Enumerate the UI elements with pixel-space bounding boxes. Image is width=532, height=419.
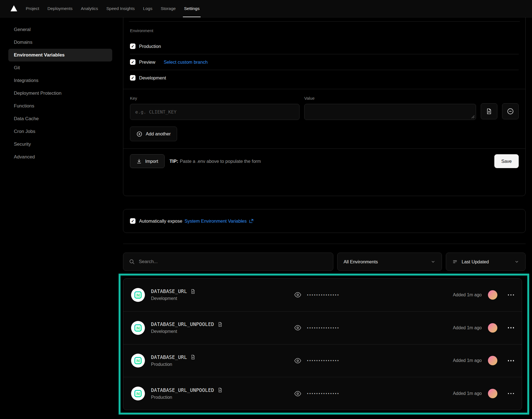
import-button[interactable]: Import (130, 154, 165, 168)
chevron-down-icon (514, 259, 519, 264)
env-var-row[interactable]: DATABASE_URL_UNPOOLED Development ••••••… (123, 311, 522, 344)
sidebar-item-environment-variables[interactable]: Environment Variables (8, 49, 112, 61)
masked-value: •••••••••••••• (307, 358, 340, 363)
environment-option-development: Development (130, 70, 519, 86)
eye-icon[interactable] (294, 357, 301, 364)
env-var-row[interactable]: DATABASE_URL Production •••••••••••••• (123, 344, 522, 377)
development-checkbox[interactable] (130, 75, 135, 81)
eye-icon[interactable] (294, 324, 301, 331)
environment-option-preview: Preview Select custom branch (130, 54, 519, 70)
row-menu-button[interactable] (508, 327, 514, 328)
file-text-icon[interactable] (218, 322, 223, 327)
env-var-name: DATABASE_URL_UNPOOLED (151, 322, 214, 327)
sidebar-item-general[interactable]: General (8, 23, 112, 36)
file-text-icon (486, 108, 492, 115)
sidebar-item-advanced[interactable]: Advanced (8, 151, 112, 163)
vercel-logo-icon[interactable] (11, 5, 17, 11)
nav-item-deployments[interactable]: Deployments (43, 0, 76, 17)
file-text-icon[interactable] (190, 289, 196, 294)
env-var-environment: Development (151, 296, 294, 301)
added-timestamp: Added 1m ago (453, 358, 482, 363)
production-label: Production (139, 44, 161, 49)
neon-integration-icon (131, 354, 145, 367)
production-checkbox[interactable] (130, 43, 135, 49)
added-timestamp: Added 1m ago (453, 391, 482, 396)
key-input[interactable] (130, 104, 300, 120)
row-menu-button[interactable] (508, 360, 514, 361)
masked-value: •••••••••••••• (307, 326, 340, 330)
preview-checkbox[interactable] (130, 59, 135, 65)
environment-option-production: Production (130, 38, 519, 54)
sidebar-item-security[interactable]: Security (8, 138, 112, 151)
env-var-environment: Production (151, 362, 294, 367)
sort-value: Last Updated (462, 259, 489, 264)
expose-system-env-checkbox[interactable] (130, 218, 135, 224)
masked-value: •••••••••••••• (307, 391, 340, 396)
environment-section-label: Environment (130, 28, 519, 33)
value-label: Value (304, 96, 476, 101)
environment-filter-dropdown[interactable]: All Environments (337, 253, 442, 271)
nav-item-logs[interactable]: Logs (139, 0, 157, 17)
value-input[interactable] (304, 104, 476, 120)
chevron-down-icon (431, 259, 436, 264)
download-icon (136, 158, 142, 164)
top-nav: Project Deployments Analytics Speed Insi… (0, 0, 532, 17)
save-button[interactable]: Save (494, 154, 519, 168)
form-footer: Import TIP:Paste a .env above to populat… (123, 148, 525, 174)
nav-item-speed-insights[interactable]: Speed Insights (102, 0, 139, 17)
sidebar-item-cron-jobs[interactable]: Cron Jobs (8, 125, 112, 138)
sidebar-item-deployment-protection[interactable]: Deployment Protection (8, 87, 112, 100)
env-var-environment: Production (151, 395, 294, 400)
minus-circle-icon (507, 108, 514, 115)
search-icon (129, 259, 135, 265)
env-var-form-card: Disabled Environment Production Preview … (123, 0, 526, 196)
neon-integration-icon (131, 321, 145, 335)
sort-dropdown[interactable]: Last Updated (446, 253, 526, 271)
tip-text: TIP:Paste a .env above to populate the f… (170, 159, 261, 164)
env-var-list: DATABASE_URL Development •••••••••••••• (123, 278, 522, 410)
nav-item-analytics[interactable]: Analytics (77, 0, 102, 17)
add-another-button[interactable]: Add another (130, 127, 177, 141)
system-env-variables-link[interactable]: System Environment Variables (185, 219, 254, 224)
key-value-form: Key Value (123, 89, 525, 120)
env-var-row[interactable]: DATABASE_URL Development •••••••••••••• (123, 279, 522, 311)
nav-item-settings[interactable]: Settings (180, 0, 204, 17)
expose-label: Automatically expose (139, 219, 182, 224)
user-avatar (488, 323, 497, 333)
row-menu-button[interactable] (508, 393, 514, 394)
file-text-icon[interactable] (190, 354, 196, 360)
env-var-name: DATABASE_URL (151, 354, 187, 360)
env-var-row[interactable]: DATABASE_URL_UNPOOLED Production •••••••… (123, 377, 522, 410)
search-input[interactable] (139, 259, 328, 264)
sidebar-item-domains[interactable]: Domains (8, 36, 112, 49)
import-label: Import (145, 159, 158, 164)
sidebar-item-git[interactable]: Git (8, 61, 112, 74)
sidebar-item-functions[interactable]: Functions (8, 100, 112, 112)
environment-section: Environment Production Preview Select cu… (123, 22, 525, 87)
row-menu-button[interactable] (508, 294, 514, 296)
plus-circle-icon (136, 131, 142, 137)
resize-handle[interactable] (471, 115, 475, 119)
add-another-label: Add another (146, 131, 171, 137)
filter-bar: All Environments Last Updated (123, 253, 526, 271)
added-timestamp: Added 1m ago (453, 325, 482, 330)
user-avatar (488, 290, 497, 300)
nav-item-storage[interactable]: Storage (157, 0, 180, 17)
eye-icon[interactable] (294, 291, 301, 299)
user-avatar (488, 389, 497, 398)
select-custom-branch-link[interactable]: Select custom branch (164, 60, 208, 65)
search-box (123, 253, 333, 271)
sidebar-item-data-cache[interactable]: Data Cache (8, 112, 112, 125)
file-text-icon[interactable] (218, 387, 223, 393)
nav-item-project[interactable]: Project (22, 0, 43, 17)
env-var-environment: Development (151, 329, 294, 334)
masked-value: •••••••••••••• (307, 293, 340, 297)
system-env-expose-card: Automatically expose System Environment … (123, 209, 526, 233)
section-divider (123, 244, 526, 244)
system-env-variables-link-text: System Environment Variables (185, 219, 247, 224)
remove-row-button[interactable] (502, 103, 519, 119)
paste-env-file-button[interactable] (481, 103, 497, 119)
eye-icon[interactable] (294, 390, 301, 397)
preview-label: Preview (139, 60, 155, 65)
sidebar-item-integrations[interactable]: Integrations (8, 74, 112, 87)
